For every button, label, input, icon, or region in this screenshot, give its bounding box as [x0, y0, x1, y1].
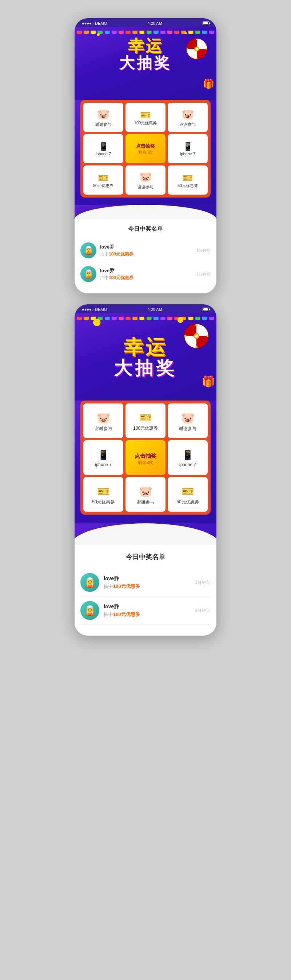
hero-title-2: 幸运 大抽奖 [114, 330, 177, 377]
flag-item [160, 317, 166, 320]
full-prize-prefix-1: 抽中 [104, 584, 113, 589]
lottery-cell-phone2[interactable]: 📱 iphone 7 [168, 134, 208, 163]
full-cell-label-1: 谢谢参与 [95, 426, 112, 432]
flag-item [125, 30, 131, 34]
cell-label-8: 谢谢参与 [138, 185, 153, 189]
winner-item-2: 🧝 love乔 抽中100元优惠券 1分钟前 [81, 262, 210, 286]
status-bar-2: ●●●●○ DEMO 4:20 AM [74, 304, 217, 313]
flag-item [188, 317, 193, 320]
cell-label-3: 谢谢参与 [180, 122, 196, 127]
full-cell-pig2[interactable]: 🐷 谢谢参与 [168, 403, 208, 438]
full-avatar-1: 🧝 [81, 573, 99, 592]
lottery-grid-1: 🐷 谢谢参与 🎫 100元优惠券 🐷 谢谢参与 📱 iphone 7 [81, 100, 210, 197]
battery-icon-2 [202, 308, 209, 311]
full-winner-prize-2: 抽中100元优惠券 [104, 611, 191, 618]
cell-label-9: 50元优惠券 [177, 183, 198, 188]
svg-point-13 [206, 335, 209, 337]
svg-point-10 [195, 324, 198, 326]
coupon50b-icon: 🎫 [182, 173, 193, 183]
full-cell-pig3[interactable]: 🐷 谢谢参与 [125, 477, 166, 512]
status-bar-1: ●●●●○ DEMO 4:20 AM [74, 18, 217, 27]
battery-fill [203, 22, 208, 24]
lottery-cell-phone1[interactable]: 📱 iphone 7 [83, 134, 123, 163]
coin-full-1: ⬤ [93, 317, 101, 326]
winners-title-2: 今日中奖名单 [81, 552, 210, 561]
gift-full: 🎁 [201, 375, 215, 388]
full-phone-icon-2: 📱 [182, 449, 193, 461]
cloud-bottom-2 [74, 523, 217, 545]
title-draw-1: 大抽奖 [119, 56, 172, 71]
prize-highlight-2: 100元优惠券 [109, 275, 133, 280]
winner-avatar-1: 🧝 [81, 242, 96, 258]
phone-screen-1: ●●●●○ DEMO 4:20 AM [74, 18, 217, 293]
svg-point-5 [187, 48, 188, 49]
spinner-wheel-2 [184, 323, 209, 349]
phone-icon-1: 📱 [98, 142, 108, 151]
svg-point-2 [196, 48, 198, 50]
hero-title-1: 幸运 大抽奖 [119, 38, 172, 71]
full-coupon50a-icon: 🎫 [97, 485, 110, 498]
pig-icon-3: 🐷 [139, 171, 152, 183]
lottery-cell-pig1[interactable]: 🐷 谢谢参与 [83, 103, 123, 132]
full-cell-phone1[interactable]: 📱 iphone 7 [83, 440, 123, 475]
winner-name-2: love乔 [100, 267, 193, 274]
cell-label-7: 50元优惠券 [93, 183, 114, 188]
full-cell-coupon50a[interactable]: 🎫 50元优惠券 [83, 477, 123, 512]
full-cell-center[interactable]: 点击抽奖 剩余3次 [125, 440, 166, 475]
full-cell-pig1[interactable]: 🐷 谢谢参与 [83, 403, 123, 438]
full-prize-hl-2: 100元优惠券 [113, 611, 140, 617]
phone-screen-2: ●●●●○ DEMO 4:20 AM [74, 304, 217, 636]
full-cell-label-9: 50元优惠券 [176, 499, 199, 505]
full-cell-phone2[interactable]: 📱 iphone 7 [168, 440, 208, 475]
winner-prize-1: 抽中100元优惠券 [100, 251, 193, 257]
page-background: ●●●●○ DEMO 4:20 AM [0, 0, 291, 980]
lottery-cell-coupon50a[interactable]: 🎫 50元优惠券 [83, 165, 123, 195]
flag-item [119, 317, 124, 320]
hero-banner-1: ● ● 🎁 幸运 大抽奖 [74, 27, 217, 100]
svg-point-4 [196, 57, 198, 59]
flag-item [84, 317, 89, 320]
flag-item [125, 317, 131, 320]
flag-item [195, 30, 201, 34]
prize-highlight-1: 100元优惠券 [109, 251, 133, 256]
flag-item [139, 317, 144, 320]
flag-item [209, 317, 214, 320]
full-cell-label-2: 100元优惠券 [133, 425, 158, 431]
full-winner-prize-1: 抽中100元优惠券 [104, 583, 191, 590]
cloud-shape [74, 523, 217, 545]
full-winner-item-2: 🧝 love乔 抽中100元优惠券 1分钟前 [81, 597, 210, 625]
full-cell-label-4: iphone 7 [95, 462, 112, 467]
center-label: 点击抽奖 [136, 143, 155, 150]
lottery-cell-center[interactable]: 点击抽奖 剩余3次 [125, 134, 166, 163]
full-cell-coupon50b[interactable]: 🎫 50元优惠券 [168, 477, 208, 512]
winners-title-1: 今日中奖名单 [81, 225, 210, 233]
lottery-cell-pig2[interactable]: 🐷 谢谢参与 [168, 103, 208, 132]
flag-item [90, 30, 96, 34]
phone-icon-2: 📱 [183, 142, 193, 151]
cell-label-2: 100元优惠券 [134, 120, 157, 126]
flag-item [188, 30, 193, 34]
full-coupon100-icon: 🎫 [139, 412, 152, 424]
full-cell-label-3: 谢谢参与 [179, 426, 196, 432]
svg-point-3 [196, 39, 198, 40]
prize-prefix-2: 抽中 [100, 275, 109, 280]
flag-item [112, 30, 117, 34]
winner-info-1: love乔 抽中100元优惠券 [100, 244, 193, 257]
lottery-cell-coupon50b[interactable]: 🎫 50元优惠券 [168, 165, 208, 195]
flag-item [160, 30, 166, 34]
lottery-cell-coupon100[interactable]: 🎫 100元优惠券 [125, 103, 166, 132]
battery-icon [202, 22, 209, 25]
coupon100-icon: 🎫 [140, 110, 151, 120]
full-cell-coupon100[interactable]: 🎫 100元优惠券 [125, 403, 166, 438]
flag-item [105, 30, 110, 34]
lottery-cell-pig3[interactable]: 🐷 谢谢参与 [125, 165, 166, 195]
flag-item [167, 30, 172, 34]
title-lucky-1: 幸运 [119, 38, 172, 54]
time-display: 4:20 AM [147, 21, 162, 25]
cell-label-6: iphone 7 [180, 151, 195, 156]
full-coupon50b-icon: 🎫 [182, 485, 194, 498]
flag-item [202, 30, 207, 34]
full-winner-info-1: love乔 抽中100元优惠券 [104, 576, 191, 590]
title-lucky-2: 幸运 [114, 337, 177, 357]
pig-icon-2: 🐷 [182, 108, 194, 120]
